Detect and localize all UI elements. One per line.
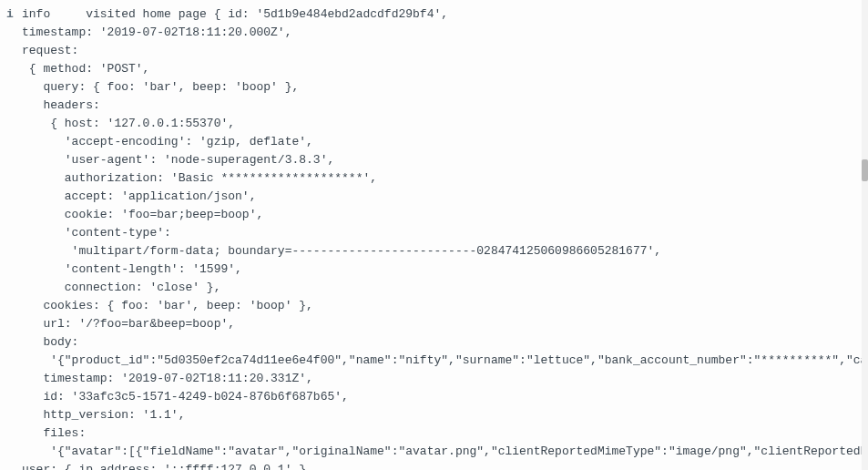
log-level-marker: i — [5, 5, 15, 24]
vertical-scrollbar-track[interactable] — [862, 0, 868, 470]
vertical-scrollbar-thumb[interactable] — [862, 159, 868, 181]
log-output: info visited home page { id: '5d1b9e484e… — [0, 5, 868, 470]
log-viewer: i info visited home page { id: '5d1b9e48… — [0, 0, 868, 470]
